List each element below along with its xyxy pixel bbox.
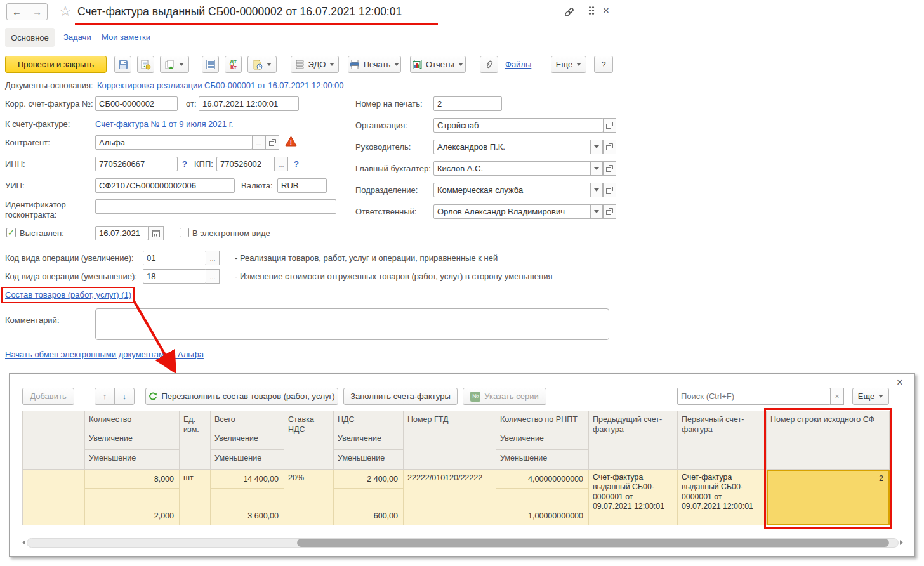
cell-vat[interactable]: 2 400,00 [334, 470, 404, 489]
panel-close-icon[interactable]: × [897, 377, 902, 388]
close-window-icon[interactable]: × [603, 4, 609, 17]
move-up-button[interactable]: ↑ [95, 388, 115, 405]
head-open-button[interactable] [603, 140, 616, 154]
cell-qty-total[interactable]: 8,000 [85, 470, 180, 489]
favorite-star-icon[interactable]: ☆ [59, 3, 72, 20]
cell-unit[interactable]: шт [180, 470, 211, 525]
col-header-primary-invoice[interactable]: Первичный счет-фактура [678, 411, 767, 470]
cell-primary-invoice[interactable]: Счет-фактура выданный СБ00-0000001 от 09… [678, 470, 767, 525]
cell-total-decrease[interactable]: 3 600,00 [211, 506, 284, 525]
col-header-total[interactable]: Всего [211, 411, 284, 430]
col-header-vat[interactable]: НДС [334, 411, 404, 430]
counterparty-input[interactable] [95, 135, 253, 150]
panel-more-button[interactable]: Еще [852, 388, 889, 405]
responsible-open-button[interactable] [603, 204, 616, 219]
department-open-button[interactable] [603, 183, 616, 197]
tab-main[interactable]: Основное [5, 28, 55, 47]
cell-qty-decrease[interactable]: 2,000 [85, 506, 180, 525]
scrollbar-track[interactable] [27, 538, 899, 548]
cell-source-line-selected[interactable]: 2 [767, 470, 890, 525]
attachments-button[interactable] [480, 56, 498, 73]
col-header-rnpt-increase[interactable]: Увеличение [496, 430, 589, 450]
cell-vat-decrease[interactable]: 600,00 [334, 506, 404, 525]
cell-gtd[interactable]: 22222/010120/22222 [404, 470, 496, 525]
scrollbar-thumb[interactable] [297, 539, 889, 547]
col-header-vat-decrease[interactable]: Уменьшение [334, 450, 404, 470]
counterparty-open-button[interactable] [265, 135, 279, 150]
col-header-rnpt[interactable]: Количество по РНПТ [496, 411, 589, 430]
more-button[interactable]: Еще [551, 56, 586, 73]
organization-input[interactable] [433, 118, 604, 133]
responsible-dropdown-button[interactable] [590, 204, 603, 219]
corr-number-input[interactable] [95, 96, 178, 111]
counterparty-ellipsis-button[interactable]: ... [252, 135, 266, 150]
refill-goods-button[interactable]: Перезаполнить состав товаров (работ, усл… [145, 388, 338, 405]
reports-button[interactable]: Отчеты [410, 56, 466, 73]
start-edo-exchange-link[interactable]: Начать обмен электронными документами с … [5, 350, 204, 359]
post-and-close-button[interactable]: Провести и закрыть [5, 56, 107, 73]
comment-textarea[interactable] [95, 308, 609, 340]
head-input[interactable] [433, 140, 591, 154]
col-header-gtd[interactable]: Номер ГТД [404, 411, 496, 470]
register-records-button[interactable] [202, 56, 219, 73]
move-down-button[interactable]: ↓ [114, 388, 135, 405]
inn-input[interactable] [95, 157, 178, 171]
col-header-vat-rate[interactable]: Ставка НДС [284, 411, 334, 470]
cell-total[interactable]: 14 400,00 [211, 470, 284, 489]
calendar-button[interactable] [148, 226, 164, 240]
horizontal-scrollbar[interactable] [22, 537, 903, 548]
chief-accountant-input[interactable] [433, 161, 591, 176]
kebab-menu-icon[interactable] [589, 6, 591, 8]
col-header-total-decrease[interactable]: Уменьшение [211, 450, 284, 470]
department-dropdown-button[interactable] [590, 183, 603, 197]
col-header-total-increase[interactable]: Увеличение [211, 430, 284, 450]
col-header-qty-increase[interactable]: Увеличение [85, 430, 180, 450]
cell-prev-invoice[interactable]: Счет-фактура выданный СБ00-0000001 от 09… [589, 470, 678, 525]
chief-accountant-dropdown-button[interactable] [590, 161, 603, 176]
head-dropdown-button[interactable] [590, 140, 603, 154]
help-button[interactable]: ? [594, 56, 613, 73]
col-header-qty[interactable]: Количество [85, 411, 180, 430]
tab-notes[interactable]: Мои заметки [102, 32, 150, 42]
col-header-source-line[interactable]: Номер строки исходного СФ [767, 411, 890, 470]
set-series-button[interactable]: № Указать серии [463, 388, 546, 405]
cell-total-increase[interactable] [211, 489, 284, 506]
cell-rnpt-decrease[interactable]: 1,00000000000 [496, 506, 589, 525]
debit-credit-button[interactable]: ДтКт [225, 56, 242, 73]
col-header-qty-decrease[interactable]: Уменьшение [85, 450, 180, 470]
col-header-unit[interactable]: Ед. изм. [180, 411, 211, 470]
create-based-on-button[interactable] [160, 56, 189, 73]
inn-help-icon[interactable]: ? [182, 159, 187, 169]
op-code-decrease-input[interactable] [143, 269, 206, 284]
post-document-button[interactable] [137, 56, 154, 73]
save-button[interactable] [114, 56, 131, 73]
col-header-prev-invoice[interactable]: Предыдущий счет-фактура [589, 411, 678, 470]
col-header-row-selector[interactable] [23, 411, 85, 470]
base-doc-link[interactable]: Корректировка реализации СБ00-000001 от … [97, 81, 344, 90]
col-header-vat-increase[interactable]: Увеличение [334, 430, 404, 450]
kpp-help-icon[interactable]: ? [294, 159, 299, 169]
col-header-rnpt-decrease[interactable]: Уменьшение [496, 450, 589, 470]
uip-input[interactable] [95, 178, 235, 193]
cell-vat-rate[interactable]: 20% [284, 470, 334, 525]
edo-button[interactable]: ЭДО [291, 56, 339, 73]
search-input[interactable] [677, 388, 831, 405]
cell-vat-increase[interactable] [334, 489, 404, 506]
op-code-increase-ellipsis-button[interactable]: ... [206, 251, 220, 265]
print-number-input[interactable] [433, 96, 502, 111]
to-invoice-link[interactable]: Счет-фактура № 1 от 9 июля 2021 г. [95, 119, 233, 129]
organization-open-button[interactable] [603, 118, 616, 133]
responsible-input[interactable] [433, 204, 591, 219]
department-input[interactable] [433, 183, 591, 197]
row-selector-cell[interactable] [23, 470, 85, 525]
fill-invoices-button[interactable]: Заполнить счета-фактуры [343, 388, 458, 405]
gov-contract-input[interactable] [95, 199, 336, 214]
cell-rnpt-increase[interactable] [496, 489, 589, 506]
files-link[interactable]: Файлы [505, 60, 531, 69]
cell-qty-increase[interactable] [85, 489, 180, 506]
op-code-decrease-ellipsis-button[interactable]: ... [206, 269, 220, 284]
kpp-input[interactable] [216, 157, 275, 171]
search-clear-button[interactable]: × [830, 388, 844, 405]
schedule-document-button[interactable] [248, 56, 277, 73]
counterparty-warning-icon[interactable]: ! [285, 136, 297, 147]
